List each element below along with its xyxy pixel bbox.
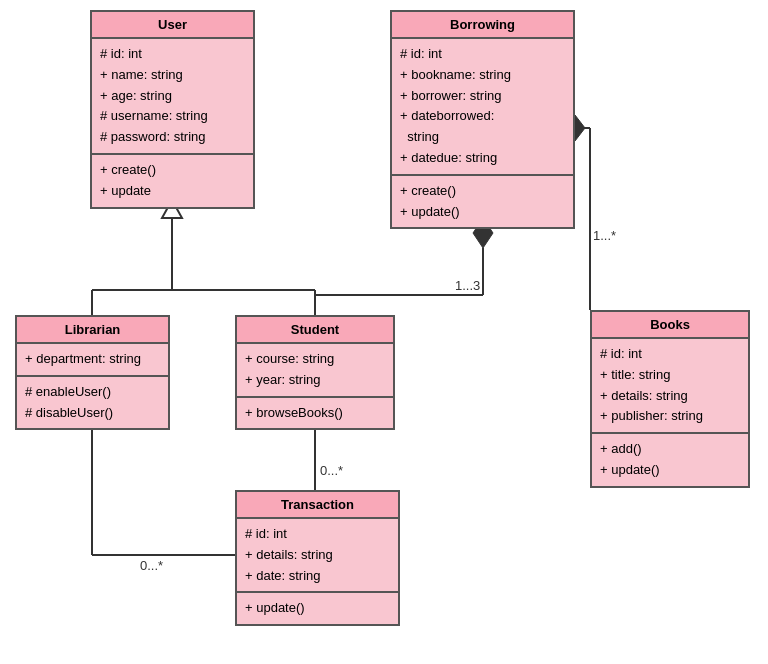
borrow-attr-3: + dateborrowed:	[400, 106, 565, 127]
borrowing-methods: + create() + update()	[392, 176, 573, 228]
borrowing-class: Borrowing # id: int + bookname: string +…	[390, 10, 575, 229]
transaction-attributes: # id: int + details: string + date: stri…	[237, 519, 398, 593]
trans-attr-1: + details: string	[245, 545, 390, 566]
transaction-title: Transaction	[281, 497, 354, 512]
borrowing-title: Borrowing	[450, 17, 515, 32]
borrow-attr-1: + bookname: string	[400, 65, 565, 86]
student-class: Student + course: string + year: string …	[235, 315, 395, 430]
book-method-1: + update()	[600, 460, 740, 481]
borrow-attr-0: # id: int	[400, 44, 565, 65]
student-attributes: + course: string + year: string	[237, 344, 393, 398]
borrow-method-1: + update()	[400, 202, 565, 223]
label-1tomany: 1...*	[593, 228, 616, 243]
borrow-attr-3b: string	[400, 127, 565, 148]
lib-method-1: # disableUser()	[25, 403, 160, 424]
user-title: User	[158, 17, 187, 32]
trans-method-0: + update()	[245, 598, 390, 619]
borrowing-attributes: # id: int + bookname: string + borrower:…	[392, 39, 573, 176]
label-stud-trans: 0...*	[320, 463, 343, 478]
books-title: Books	[650, 317, 690, 332]
user-attributes: # id: int + name: string + age: string #…	[92, 39, 253, 155]
student-methods: + browseBooks()	[237, 398, 393, 429]
book-attr-0: # id: int	[600, 344, 740, 365]
stud-attr-1: + year: string	[245, 370, 385, 391]
book-attr-3: + publisher: string	[600, 406, 740, 427]
user-attr-4: # password: string	[100, 127, 245, 148]
user-class: User # id: int + name: string + age: str…	[90, 10, 255, 209]
student-title: Student	[291, 322, 339, 337]
trans-attr-2: + date: string	[245, 566, 390, 587]
uml-diagram: 1...3 1...* 0...* 0...* User # id: int +…	[0, 0, 768, 664]
books-class: Books # id: int + title: string + detail…	[590, 310, 750, 488]
books-header: Books	[592, 312, 748, 339]
stud-attr-0: + course: string	[245, 349, 385, 370]
librarian-header: Librarian	[17, 317, 168, 344]
book-method-0: + add()	[600, 439, 740, 460]
user-header: User	[92, 12, 253, 39]
label-1to3: 1...3	[455, 278, 480, 293]
user-attr-0: # id: int	[100, 44, 245, 65]
lib-attr-0: + department: string	[25, 349, 160, 370]
librarian-methods: # enableUser() # disableUser()	[17, 377, 168, 429]
librarian-title: Librarian	[65, 322, 121, 337]
borrow-attr-4: + datedue: string	[400, 148, 565, 169]
stud-method-0: + browseBooks()	[245, 403, 385, 424]
lib-method-0: # enableUser()	[25, 382, 160, 403]
books-methods: + add() + update()	[592, 434, 748, 486]
trans-attr-0: # id: int	[245, 524, 390, 545]
borrow-method-0: + create()	[400, 181, 565, 202]
user-attr-3: # username: string	[100, 106, 245, 127]
transaction-methods: + update()	[237, 593, 398, 624]
borrowing-header: Borrowing	[392, 12, 573, 39]
borrow-attr-2: + borrower: string	[400, 86, 565, 107]
student-header: Student	[237, 317, 393, 344]
user-methods: + create() + update	[92, 155, 253, 207]
user-method-1: + update	[100, 181, 245, 202]
label-libr-trans: 0...*	[140, 558, 163, 573]
books-attributes: # id: int + title: string + details: str…	[592, 339, 748, 434]
book-attr-2: + details: string	[600, 386, 740, 407]
transaction-header: Transaction	[237, 492, 398, 519]
user-method-0: + create()	[100, 160, 245, 181]
user-attr-2: + age: string	[100, 86, 245, 107]
librarian-class: Librarian + department: string # enableU…	[15, 315, 170, 430]
transaction-class: Transaction # id: int + details: string …	[235, 490, 400, 626]
user-attr-1: + name: string	[100, 65, 245, 86]
book-attr-1: + title: string	[600, 365, 740, 386]
librarian-attributes: + department: string	[17, 344, 168, 377]
